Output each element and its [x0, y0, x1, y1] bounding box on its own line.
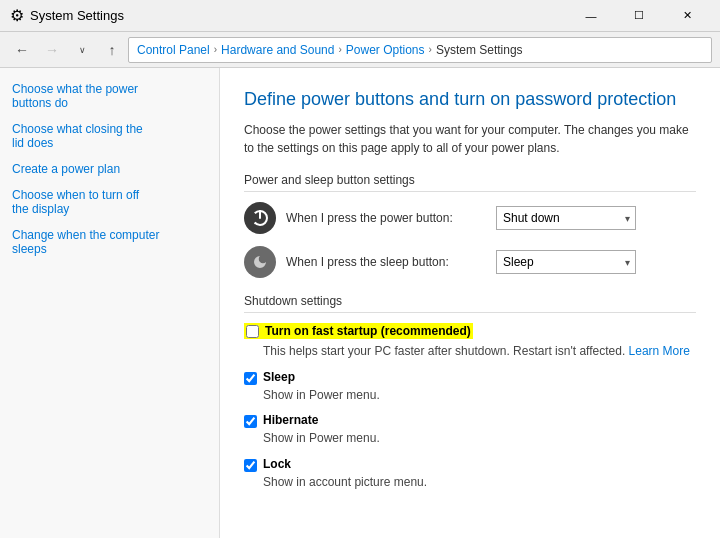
sleep-icon [250, 252, 270, 272]
sidebar-item-sleep[interactable]: Change when the computersleeps [0, 222, 219, 262]
breadcrumb-power-options[interactable]: Power Options [346, 43, 425, 57]
fast-startup-highlight: Turn on fast startup (recommended) [244, 323, 473, 339]
shutdown-section: Shutdown settings Turn on fast startup (… [244, 294, 696, 491]
minimize-button[interactable]: — [568, 0, 614, 32]
hibernate-checkbox-row: Hibernate [244, 413, 696, 428]
sleep-button-label: When I press the sleep button: [286, 255, 486, 269]
power-button-row: When I press the power button: Shut down… [244, 202, 696, 234]
main-layout: Choose what the powerbuttons do Choose w… [0, 68, 720, 538]
lock-checkbox-label: Lock [263, 457, 291, 471]
sidebar: Choose what the powerbuttons do Choose w… [0, 68, 220, 538]
sleep-icon-circle [244, 246, 276, 278]
breadcrumb-sep-1: › [214, 44, 217, 55]
sidebar-item-lid[interactable]: Choose what closing thelid does [0, 116, 219, 156]
title-bar-text: System Settings [30, 8, 124, 23]
breadcrumb-hardware-sound[interactable]: Hardware and Sound [221, 43, 334, 57]
page-description: Choose the power settings that you want … [244, 121, 696, 157]
hibernate-checkbox-label: Hibernate [263, 413, 318, 427]
power-sleep-section-header: Power and sleep button settings [244, 173, 696, 192]
breadcrumb: Control Panel › Hardware and Sound › Pow… [128, 37, 712, 63]
fast-startup-row: Turn on fast startup (recommended) [244, 323, 696, 341]
title-bar-controls: — ☐ ✕ [568, 0, 710, 32]
lock-checkbox-desc: Show in account picture menu. [263, 474, 696, 491]
sleep-checkbox[interactable] [244, 372, 257, 385]
power-icon [250, 208, 270, 228]
maximize-button[interactable]: ☐ [616, 0, 662, 32]
sleep-checkbox-label: Sleep [263, 370, 295, 384]
fast-startup-label: Turn on fast startup (recommended) [265, 324, 471, 338]
page-title: Define power buttons and turn on passwor… [244, 88, 696, 111]
main-content: Define power buttons and turn on passwor… [220, 68, 720, 538]
sleep-button-dropdown[interactable]: Sleep Hibernate Shut down Do nothing [496, 250, 636, 274]
sleep-button-dropdown-wrapper: Sleep Hibernate Shut down Do nothing ▾ [496, 250, 636, 274]
dropdown-button[interactable]: ∨ [68, 36, 96, 64]
power-icon-circle [244, 202, 276, 234]
sleep-checkbox-desc: Show in Power menu. [263, 387, 696, 404]
sleep-checkbox-row: Sleep [244, 370, 696, 385]
close-button[interactable]: ✕ [664, 0, 710, 32]
breadcrumb-current: System Settings [436, 43, 523, 57]
power-button-dropdown[interactable]: Shut down Sleep Hibernate Turn off the d… [496, 206, 636, 230]
hibernate-checkbox[interactable] [244, 415, 257, 428]
sidebar-item-display[interactable]: Choose when to turn offthe display [0, 182, 219, 222]
lock-checkbox-row: Lock [244, 457, 696, 472]
back-button[interactable]: ← [8, 36, 36, 64]
forward-button[interactable]: → [38, 36, 66, 64]
title-bar-icon: ⚙ [10, 6, 24, 25]
breadcrumb-sep-3: › [429, 44, 432, 55]
lock-checkbox[interactable] [244, 459, 257, 472]
hibernate-checkbox-desc: Show in Power menu. [263, 430, 696, 447]
fast-startup-checkbox[interactable] [246, 325, 259, 338]
title-bar: ⚙ System Settings — ☐ ✕ [0, 0, 720, 32]
learn-more-link[interactable]: Learn More [629, 344, 690, 358]
sidebar-item-power-buttons[interactable]: Choose what the powerbuttons do [0, 76, 219, 116]
nav-bar: ← → ∨ ↑ Control Panel › Hardware and Sou… [0, 32, 720, 68]
shutdown-section-header: Shutdown settings [244, 294, 696, 313]
sleep-button-row: When I press the sleep button: Sleep Hib… [244, 246, 696, 278]
fast-startup-desc: This helps start your PC faster after sh… [263, 343, 696, 360]
up-button[interactable]: ↑ [98, 36, 126, 64]
power-button-dropdown-wrapper: Shut down Sleep Hibernate Turn off the d… [496, 206, 636, 230]
breadcrumb-sep-2: › [338, 44, 341, 55]
power-button-label: When I press the power button: [286, 211, 486, 225]
sidebar-item-create-plan[interactable]: Create a power plan [0, 156, 219, 182]
breadcrumb-control-panel[interactable]: Control Panel [137, 43, 210, 57]
